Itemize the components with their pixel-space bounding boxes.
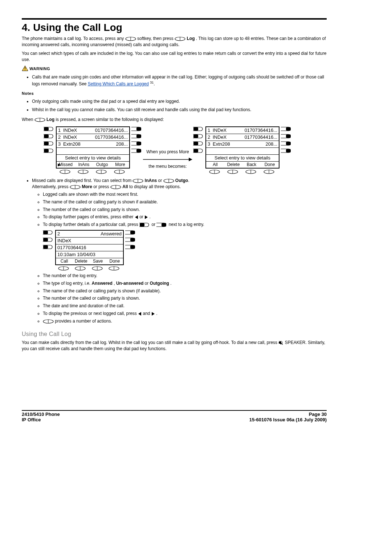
- text: InAns: [145, 178, 157, 183]
- line-key-icon: [281, 134, 292, 138]
- transition-text: When you press More the menu becomes:: [142, 131, 193, 169]
- text: Missed calls are displayed first. You ca…: [32, 178, 132, 183]
- subheading: Using the Call Log: [22, 331, 327, 337]
- line-key-icon: [44, 149, 54, 153]
- text: .: [188, 178, 189, 183]
- row-num: 2: [58, 134, 63, 140]
- text: .: [170, 281, 171, 286]
- softkey-label: Done: [261, 162, 279, 168]
- row-number: 01707364416...: [77, 127, 128, 133]
- softkey-label: InAns: [75, 162, 93, 168]
- text: To display the previous or next logged c…: [43, 311, 138, 316]
- row-num: 2: [208, 134, 213, 140]
- softkey-label: Delete: [73, 258, 89, 264]
- heading-rule: [22, 18, 327, 20]
- row-number: 01707364416...: [226, 127, 277, 133]
- line-key-icon: [193, 141, 204, 146]
- text: or press: [93, 184, 110, 189]
- row-name: INDeX: [213, 134, 226, 140]
- softkey-icon: [110, 185, 121, 189]
- row-number: 01770364416...: [77, 134, 128, 140]
- page-footer: 2410/5410 Phone IP Office Page 30 15-601…: [22, 410, 327, 422]
- line-key-icon: [125, 230, 136, 235]
- when-pressed: When Log is pressed, a screen similar to…: [22, 117, 327, 123]
- screen-hint: Select entry to view details: [57, 155, 129, 162]
- softkey-label: All: [206, 162, 224, 168]
- softkey-icon: [244, 170, 257, 174]
- text: or: [151, 222, 156, 227]
- note-item: Only outgoing calls made using the dial …: [32, 98, 327, 105]
- using-call-log-paragraph: You can make calls directly from the cal…: [22, 340, 327, 352]
- screen-mockups: 1INDeX01707364416... 2INDeX01770364416..…: [44, 126, 327, 174]
- warning-icon: [22, 65, 28, 71]
- softkey-icon: [91, 266, 104, 271]
- svg-marker-14: [189, 158, 192, 161]
- softkey-icon: [163, 179, 174, 183]
- intro-paragraph-2: You can select which types of calls are …: [22, 50, 327, 63]
- line-key-icon: [125, 245, 136, 249]
- warning-item: Calls that are made using pin codes and …: [32, 74, 327, 87]
- text: provides a number of actions.: [55, 319, 112, 324]
- warning-header: WARNING: [22, 65, 327, 72]
- text: 01770364416: [57, 245, 86, 251]
- softkey-icon: [125, 37, 136, 41]
- softkey-icon: [43, 319, 54, 324]
- text: 2: [57, 231, 60, 237]
- right-arrow-icon: [151, 312, 155, 316]
- softkey-icon: [208, 170, 221, 174]
- text: softkey, then press: [137, 36, 175, 41]
- text: Outgo: [175, 178, 188, 183]
- phone-screen-a: 1INDeX01707364416... 2INDeX01770364416..…: [56, 126, 130, 169]
- line-key-icon: [44, 134, 54, 138]
- line-key-icon: [131, 134, 142, 138]
- text: INDeX: [57, 238, 71, 244]
- text: The phone maintains a call log. To acces…: [22, 36, 125, 41]
- softkey-icon: [175, 37, 185, 41]
- text: .: [156, 311, 157, 316]
- list-item: provides a number of actions.: [43, 318, 327, 324]
- line-key-icon: [131, 141, 142, 146]
- link-setting-which-calls[interactable]: Setting Which Calls are Logged: [88, 81, 149, 86]
- row-name: INDeX: [63, 134, 77, 140]
- text: To display further pages of entries, pre…: [43, 214, 135, 219]
- text: Answered: [92, 281, 113, 286]
- list-item: The date and time and duration of the ca…: [43, 303, 327, 309]
- page-title: 4. Using the Call Log: [22, 22, 327, 33]
- text: the menu becomes:: [142, 164, 193, 170]
- footer-right-1: Page 30: [249, 412, 327, 417]
- softkey-label: Outgo: [93, 162, 111, 168]
- text: Calls that are made using pin codes and …: [32, 74, 324, 86]
- row-name: INDeX: [213, 127, 226, 133]
- row-num: 3: [58, 141, 63, 147]
- row-number: 208...: [230, 141, 277, 147]
- footer-left-1: 2410/5410 Phone: [22, 412, 60, 417]
- softkey-icon: [262, 170, 275, 174]
- line-key-icon: [44, 141, 54, 146]
- softkey-label: Call: [56, 258, 73, 264]
- softkey-icon: [77, 170, 90, 174]
- line-key-icon: [43, 238, 54, 242]
- softkey-icon: [58, 170, 72, 174]
- row-num: 3: [208, 141, 213, 147]
- list-item: Logged calls are shown with the most rec…: [43, 191, 327, 198]
- text: All: [122, 184, 128, 189]
- line-key-icon: [156, 223, 167, 227]
- left-arrow-icon: [135, 215, 138, 219]
- line-key-icon: [281, 141, 292, 146]
- text: or: [145, 281, 150, 286]
- text: You can make calls directly from the cal…: [22, 340, 278, 345]
- line-key-icon: [44, 127, 54, 131]
- softkey-label: Done: [106, 258, 123, 264]
- line-key-icon: [131, 127, 142, 131]
- text: is pressed, a screen similar to the foll…: [56, 117, 164, 122]
- list-item: The number of the called or calling part…: [43, 207, 327, 213]
- line-key-icon: [131, 149, 142, 153]
- text: The type of log entry, i.e.: [43, 281, 92, 286]
- row-num: 1: [208, 127, 213, 133]
- right-arrow-icon: [144, 215, 148, 219]
- text: .: [150, 214, 151, 219]
- list-item: The type of log entry, i.e. Answered , U…: [43, 280, 327, 287]
- list-item: Missed calls are displayed first. You ca…: [32, 178, 327, 324]
- softkey-icon: [95, 170, 108, 174]
- speaker-icon: [278, 340, 283, 345]
